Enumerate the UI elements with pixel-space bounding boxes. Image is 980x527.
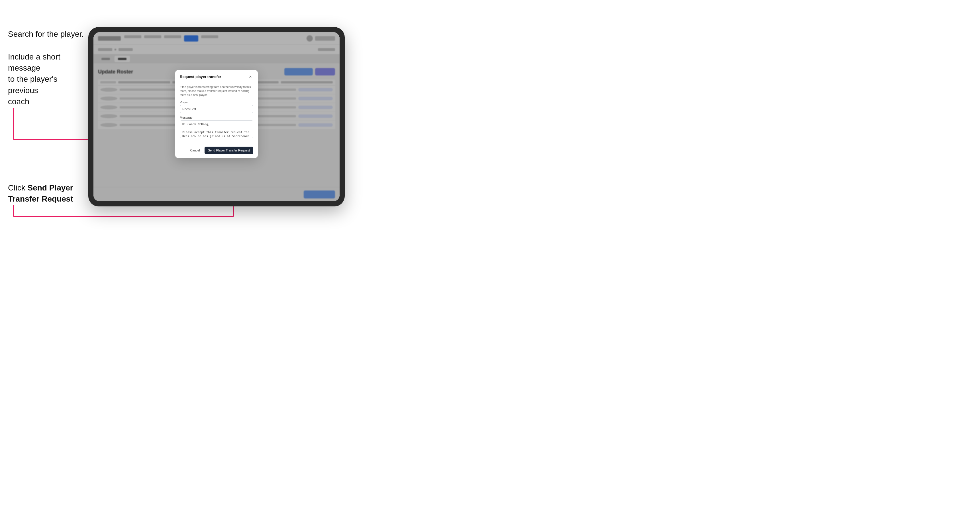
player-label: Player bbox=[180, 100, 253, 104]
annotation-bold: Send PlayerTransfer Request bbox=[8, 183, 73, 203]
modal-body: If the player is transferring from anoth… bbox=[175, 82, 258, 147]
modal-overlay: Request player transfer × If the player … bbox=[94, 32, 340, 201]
message-form-group: Message Hi Coach McHarg, Please accept t… bbox=[180, 116, 253, 139]
tablet-frame: Update Roster bbox=[88, 27, 345, 206]
annotation-message: Include a short messageto the player's p… bbox=[8, 51, 82, 107]
player-form-group: Player bbox=[180, 100, 253, 113]
cancel-button[interactable]: Cancel bbox=[188, 147, 202, 154]
tablet-screen: Update Roster bbox=[94, 32, 340, 201]
modal-description: If the player is transferring from anoth… bbox=[180, 85, 253, 97]
player-input[interactable] bbox=[180, 105, 253, 113]
modal-title: Request player transfer bbox=[180, 75, 221, 79]
modal-close-button[interactable]: × bbox=[248, 74, 253, 80]
modal-dialog: Request player transfer × If the player … bbox=[175, 70, 258, 158]
modal-header: Request player transfer × bbox=[175, 70, 258, 82]
annotation-click: Click Send PlayerTransfer Request bbox=[8, 182, 82, 205]
send-transfer-request-button[interactable]: Send Player Transfer Request bbox=[205, 147, 253, 154]
message-label: Message bbox=[180, 116, 253, 119]
message-textarea[interactable]: Hi Coach McHarg, Please accept this tran… bbox=[180, 121, 253, 138]
annotation-search: Search for the player. bbox=[8, 29, 84, 40]
modal-footer: Cancel Send Player Transfer Request bbox=[175, 147, 258, 158]
